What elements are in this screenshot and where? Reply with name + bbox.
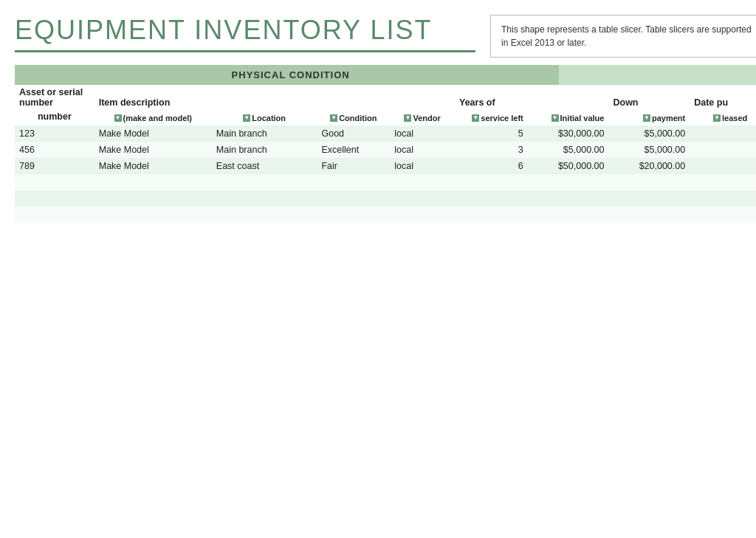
table-cell: Make Model [94,158,212,174]
empty-cell [455,207,528,223]
filter-condition-button[interactable]: ▼ Condition [330,114,377,123]
table-cell: Make Model [94,142,212,158]
table-cell: $5,000.00 [608,142,690,158]
empty-cell [94,174,212,190]
filter-asset: number [15,110,94,125]
table-cell: 789 [15,158,94,174]
table-cell: local [390,142,455,158]
empty-cell [390,190,455,207]
empty-cell [608,174,690,190]
table-cell: $30,000.00 [528,125,609,142]
empty-cell [15,207,94,223]
empty-row [15,207,756,223]
filter-initial-arrow: ▼ [551,114,559,122]
col-header-initial [528,85,609,110]
table-cell: 6 [455,158,528,174]
col-header-location [212,85,317,110]
table-row: 789Make ModelEast coastFairlocal6$50,000… [15,158,756,174]
empty-row [15,190,756,207]
section-header-band: PHYSICAL CONDITION [15,65,756,85]
filter-vendor[interactable]: ▼ Vendor [390,110,455,125]
table-wrapper: PHYSICAL CONDITION Asset or serial numbe… [15,65,756,223]
table-cell: $20,000.00 [608,158,690,174]
filter-years-button[interactable]: ▼ service left [472,114,523,123]
table-cell: 5 [455,125,528,142]
section-header: PHYSICAL CONDITION [15,65,559,85]
table-cell [690,142,756,158]
table-cell: $50,000.00 [528,158,609,174]
table-body: 123Make ModelMain branchGoodlocal5$30,00… [15,125,756,223]
filter-vendor-arrow: ▼ [404,114,411,122]
empty-cell [455,190,528,207]
filter-location[interactable]: ▼ Location [212,110,317,125]
table-cell: Make Model [94,125,212,142]
table-cell: local [390,125,455,142]
table-cell: 3 [455,142,528,158]
filter-vendor-button[interactable]: ▼ Vendor [404,114,440,123]
filter-date[interactable]: ▼ leased [690,110,756,125]
empty-cell [212,190,317,207]
empty-cell [317,174,390,190]
slicer-tooltip: This shape represents a table slicer. Ta… [490,15,756,58]
empty-cell [94,190,212,207]
table-cell: local [390,158,455,174]
empty-cell [528,190,609,207]
col-header-asset: Asset or serial number [15,85,94,110]
filter-initial-button[interactable]: ▼ Initial value [551,114,605,123]
column-headers-row: Asset or serial number Item description … [15,85,756,110]
filter-down-button[interactable]: ▼ payment [643,114,685,123]
table-cell: Good [317,125,390,142]
filter-initial[interactable]: ▼ Initial value [528,110,609,125]
empty-cell [608,207,690,223]
empty-row [15,174,756,190]
table-cell: East coast [212,158,317,174]
filter-down[interactable]: ▼ payment [608,110,690,125]
asset-label: number [38,111,72,122]
filter-row: number ▼ (make and model) ▼ Location [15,110,756,125]
empty-cell [317,190,390,207]
empty-cell [15,190,94,207]
empty-cell [455,174,528,190]
empty-cell [94,207,212,223]
filter-location-button[interactable]: ▼ Location [243,114,286,123]
filter-item-button[interactable]: ▼ (make and model) [114,114,193,123]
filter-date-arrow: ▼ [713,114,721,122]
header-row: EQUIPMENT INVENTORY LIST This shape repr… [15,15,756,58]
col-header-vendor [390,85,455,110]
col-header-item: Item description [94,85,212,110]
empty-cell [690,190,756,207]
table-cell: $5,000.00 [528,142,609,158]
table-cell: $5,000.00 [608,125,690,142]
empty-cell [317,207,390,223]
empty-cell [15,174,94,190]
table-cell: 456 [15,142,94,158]
filter-condition-arrow: ▼ [330,114,337,122]
filter-condition[interactable]: ▼ Condition [317,110,390,125]
empty-cell [390,207,455,223]
col-header-years: Years of [455,85,528,110]
filter-years[interactable]: ▼ service left [455,110,528,125]
table-row: 123Make ModelMain branchGoodlocal5$30,00… [15,125,756,142]
section-header-right [559,65,756,85]
table-cell: Excellent [317,142,390,158]
filter-item[interactable]: ▼ (make and model) [94,110,212,125]
empty-cell [528,207,609,223]
filter-location-arrow: ▼ [243,114,250,122]
empty-cell [212,174,317,190]
table-cell [690,158,756,174]
page-container: EQUIPMENT INVENTORY LIST This shape repr… [15,15,756,538]
empty-cell [690,174,756,190]
empty-cell [390,174,455,190]
inventory-table: Asset or serial number Item description … [15,85,756,223]
empty-cell [690,207,756,223]
filter-date-button[interactable]: ▼ leased [713,114,747,123]
filter-item-arrow: ▼ [114,114,122,122]
table-cell: 123 [15,125,94,142]
empty-cell [212,207,317,223]
empty-cell [528,174,609,190]
col-header-condition [317,85,390,110]
table-cell [690,125,756,142]
col-header-date: Date pu [690,85,756,110]
page-title: EQUIPMENT INVENTORY LIST [15,15,475,52]
col-header-down: Down [608,85,690,110]
